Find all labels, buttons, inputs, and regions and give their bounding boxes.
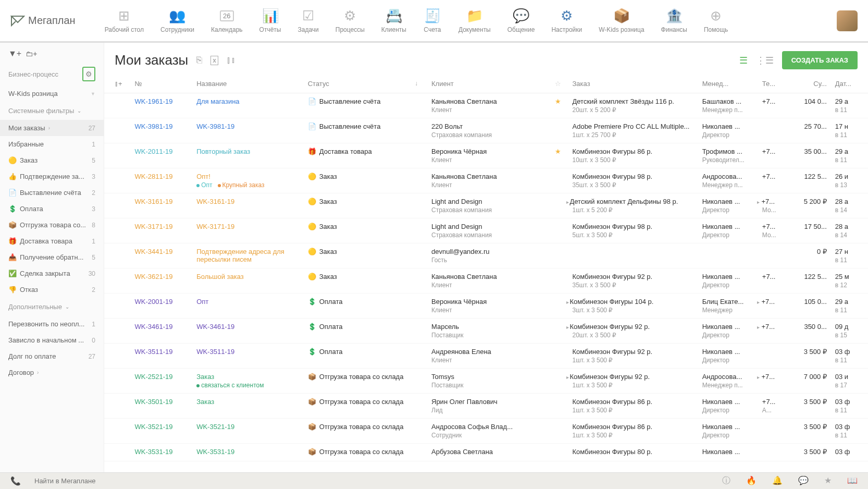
sidebar-filter[interactable]: 📥Получение обратн...5 xyxy=(0,249,104,265)
table-row[interactable]: WK-3981-19 WK-3981-19 📄Выставление счёта… xyxy=(104,118,868,143)
order-number[interactable]: WK-3531-19 xyxy=(135,448,173,456)
table-row[interactable]: WK-3461-19 WK-3461-19 💲Оплата МарсельПос… xyxy=(104,319,868,344)
order-name[interactable]: Опт! xyxy=(196,173,210,180)
col-manager[interactable]: Менед... xyxy=(698,75,758,93)
order-name[interactable]: WK-3461-19 xyxy=(196,323,234,331)
client-name[interactable]: Каньянова Светлана xyxy=(431,173,547,180)
table-row[interactable]: WK-3171-19 WK-3171-19 🟡Заказ Light and D… xyxy=(104,218,868,243)
duplicate-icon[interactable]: ⎘ xyxy=(196,55,202,66)
nav-W-Kids розница[interactable]: 📦W-Kids розница xyxy=(590,6,652,35)
client-name[interactable]: Light and Design xyxy=(431,223,547,230)
order-number[interactable]: WK-3461-19 xyxy=(135,323,173,331)
client-name[interactable]: Арбузова Светлана xyxy=(431,448,547,456)
sidebar-filter[interactable]: 💲Оплата3 xyxy=(0,201,104,217)
order-name[interactable]: WK-3521-19 xyxy=(196,423,234,431)
order-name[interactable]: Большой заказ xyxy=(196,273,244,280)
col-order[interactable]: Заказ xyxy=(568,75,698,93)
nav-Задачи[interactable]: ☑Задачи xyxy=(289,6,327,35)
global-search-input[interactable] xyxy=(31,474,458,488)
nav-Рабочий стол[interactable]: ⊞Рабочий стол xyxy=(96,6,152,35)
col-num[interactable]: № xyxy=(131,75,193,93)
expand-icon[interactable]: ▸ xyxy=(566,374,569,380)
client-name[interactable]: Вероника Чёрная xyxy=(431,298,547,305)
col-star[interactable]: ☆ xyxy=(551,75,568,93)
expand-icon[interactable]: ▸ xyxy=(566,324,569,330)
col-sum[interactable]: Су... xyxy=(788,75,831,93)
order-number[interactable]: WK-3621-19 xyxy=(135,273,173,280)
table-row[interactable]: WK-2521-19 Заказсвязаться с клиентом 📦От… xyxy=(104,369,868,394)
folder-add-icon[interactable]: 🗀+ xyxy=(26,50,37,58)
sidebar-filter[interactable]: ✅Сделка закрыта30 xyxy=(0,265,104,282)
col-client[interactable]: Клиент xyxy=(427,75,551,93)
table-row[interactable]: WK-3521-19 WK-3521-19 📦Отгрузка товара с… xyxy=(104,419,868,444)
phone-icon[interactable]: 📞 xyxy=(10,476,21,486)
chart-icon[interactable]: ⫿⫾ xyxy=(227,55,236,66)
order-number[interactable]: WK-3981-19 xyxy=(135,123,173,130)
expand-icon[interactable]: ▸ xyxy=(566,299,569,305)
create-order-button[interactable]: СОЗДАТЬ ЗАКАЗ xyxy=(782,51,858,69)
client-name[interactable]: Вероника Чёрная xyxy=(431,148,547,155)
nav-Помощь[interactable]: ⊕Помощь xyxy=(696,6,736,35)
client-name[interactable]: Марсель xyxy=(431,323,547,331)
sidebar-additional-filter[interactable]: Договор› xyxy=(0,364,104,381)
table-row[interactable]: WK-3501-19 Заказ 📦Отгрузка товара со скл… xyxy=(104,394,868,419)
nav-Процессы[interactable]: ⚙Процессы xyxy=(327,6,373,35)
client-name[interactable]: Ярин Олег Павлович xyxy=(431,398,547,406)
order-name[interactable]: Подтверждение адреса для пересылки писем xyxy=(196,248,284,263)
card-view-icon[interactable]: ⋮☰ xyxy=(756,55,774,66)
sidebar-filter[interactable]: 📦Отгрузка товара со...8 xyxy=(0,217,104,233)
nav-Сотрудники[interactable]: 👥Сотрудники xyxy=(152,6,203,35)
table-row[interactable]: WK-2001-19 Опт 💲Оплата Вероника ЧёрнаяКл… xyxy=(104,294,868,319)
order-name[interactable]: WK-3531-19 xyxy=(196,448,234,456)
sidebar-filter[interactable]: 🎁Доставка товара1 xyxy=(0,233,104,249)
table-row[interactable]: WK-1961-19 Для магазина 📄Выставление счё… xyxy=(104,93,868,118)
bell-icon[interactable]: 🔔 xyxy=(772,475,783,486)
sidebar-filter[interactable]: 👍Подтверждение за...3 xyxy=(0,168,104,185)
nav-Документы[interactable]: 📁Документы xyxy=(450,6,499,35)
table-row[interactable]: WK-2811-19 Опт!Опт Крупный заказ 🟡Заказ … xyxy=(104,168,868,193)
order-number[interactable]: WK-3521-19 xyxy=(135,423,173,431)
process-dropdown[interactable]: W-Kids розница ▼ xyxy=(0,85,104,102)
col-settings[interactable]: ⫿+ xyxy=(104,75,131,93)
client-name[interactable]: Андросова Софья Влад... xyxy=(431,423,547,431)
nav-Клиенты[interactable]: 📇Клиенты xyxy=(373,6,415,35)
client-name[interactable]: devnull@yandex.ru xyxy=(431,248,547,255)
sidebar-filter[interactable]: 👎Отказ2 xyxy=(0,282,104,298)
additional-filters-title[interactable]: Дополнительные ⌄ xyxy=(0,298,104,316)
nav-Общение[interactable]: 💬Общение xyxy=(499,6,543,35)
sidebar-filter[interactable]: Мои заказы›27 xyxy=(0,120,104,136)
excel-export-icon[interactable]: x xyxy=(210,56,218,65)
client-name[interactable]: Каньянова Светлана xyxy=(431,273,547,280)
nav-Счета[interactable]: 🧾Счета xyxy=(415,6,450,35)
client-name[interactable]: Light and Design xyxy=(431,198,547,205)
system-filters-title[interactable]: Системные фильтры ⌄ xyxy=(0,102,104,120)
sidebar-additional-filter[interactable]: Долг по оплате27 xyxy=(0,348,104,364)
col-date[interactable]: Дат... xyxy=(831,75,868,93)
client-name[interactable]: 220 Вольт xyxy=(431,123,547,130)
order-name[interactable]: WK-3161-19 xyxy=(196,198,234,205)
order-name[interactable]: Повторный заказ xyxy=(196,148,250,155)
table-row[interactable]: WK-3621-19 Большой заказ 🟡Заказ Каньянов… xyxy=(104,268,868,294)
table-row[interactable]: WK-3531-19 WK-3531-19 📦Отгрузка товара с… xyxy=(104,444,868,461)
client-name[interactable]: Tomsys xyxy=(431,373,547,381)
table-row[interactable]: WK-3441-19 Подтверждение адреса для пере… xyxy=(104,243,868,268)
table-row[interactable]: WK-3161-19 WK-3161-19 🟡Заказ Light and D… xyxy=(104,193,868,218)
sidebar-filter[interactable]: 📄Выставление счёта2 xyxy=(0,185,104,201)
expand-icon[interactable]: ▸ xyxy=(566,199,569,205)
nav-Отчёты[interactable]: 📊Отчёты xyxy=(251,6,290,35)
order-number[interactable]: WK-3511-19 xyxy=(135,348,173,356)
client-name[interactable]: Андреянова Елена xyxy=(431,348,547,356)
order-name[interactable]: Заказ xyxy=(196,373,214,381)
order-name[interactable]: Для магазина xyxy=(196,97,239,105)
sidebar-filter[interactable]: Избранные1 xyxy=(0,136,104,152)
filter-icon[interactable]: ▼+ xyxy=(8,49,21,58)
user-avatar[interactable] xyxy=(837,10,858,31)
order-number[interactable]: WK-2521-19 xyxy=(135,373,173,381)
order-name[interactable]: Заказ xyxy=(196,398,214,406)
star-icon[interactable]: ★ xyxy=(824,475,832,486)
sidebar-additional-filter[interactable]: Зависло в начальном ...0 xyxy=(0,332,104,348)
nav-Настройки[interactable]: ⚙Настройки xyxy=(543,6,590,35)
col-tel[interactable]: Те... xyxy=(758,75,788,93)
flame-icon[interactable]: 🔥 xyxy=(746,475,757,486)
favorite-star-icon[interactable]: ★ xyxy=(555,97,561,105)
